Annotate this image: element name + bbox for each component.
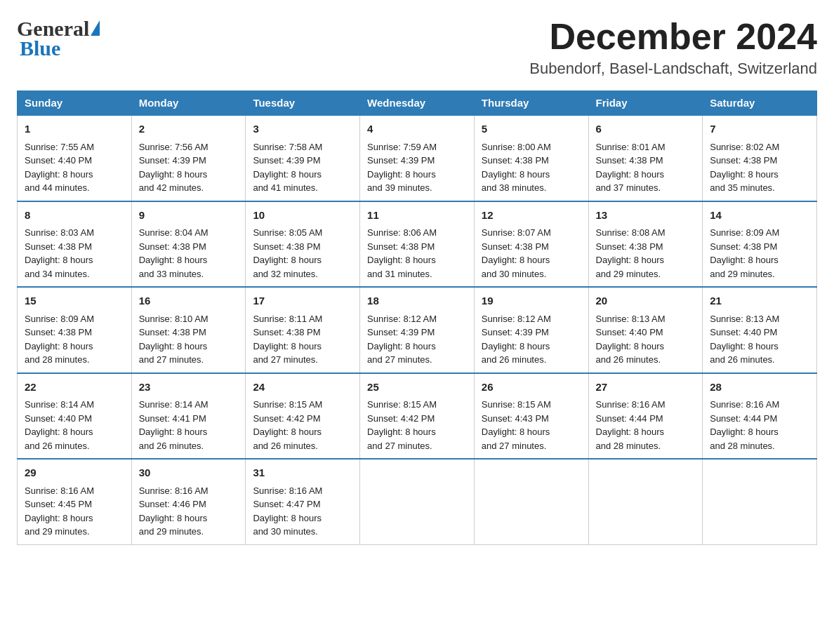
day-number: 11 bbox=[367, 208, 467, 224]
calendar-cell bbox=[360, 459, 475, 544]
calendar-cell: 22Sunrise: 8:14 AMSunset: 4:40 PMDayligh… bbox=[18, 373, 132, 459]
calendar-cell: 4Sunrise: 7:59 AMSunset: 4:39 PMDaylight… bbox=[360, 115, 475, 201]
day-number: 23 bbox=[139, 380, 239, 396]
col-tuesday: Tuesday bbox=[246, 91, 360, 116]
calendar-cell: 5Sunrise: 8:00 AMSunset: 4:38 PMDaylight… bbox=[474, 115, 588, 201]
day-number: 5 bbox=[482, 121, 581, 137]
calendar-cell: 6Sunrise: 8:01 AMSunset: 4:38 PMDaylight… bbox=[588, 115, 703, 201]
calendar-cell: 13Sunrise: 8:08 AMSunset: 4:38 PMDayligh… bbox=[588, 201, 703, 288]
calendar-cell: 15Sunrise: 8:09 AMSunset: 4:38 PMDayligh… bbox=[18, 287, 132, 373]
calendar-cell: 1Sunrise: 7:55 AMSunset: 4:40 PMDaylight… bbox=[18, 115, 132, 201]
calendar-cell bbox=[474, 459, 588, 544]
day-number: 19 bbox=[482, 293, 581, 309]
day-number: 13 bbox=[596, 208, 696, 224]
col-sunday: Sunday bbox=[18, 91, 132, 116]
day-number: 2 bbox=[139, 121, 239, 137]
calendar-header-row: Sunday Monday Tuesday Wednesday Thursday… bbox=[18, 91, 817, 116]
calendar-week-row: 15Sunrise: 8:09 AMSunset: 4:38 PMDayligh… bbox=[18, 287, 817, 373]
day-number: 6 bbox=[596, 121, 696, 137]
calendar-cell: 21Sunrise: 8:13 AMSunset: 4:40 PMDayligh… bbox=[703, 287, 817, 373]
calendar-cell: 19Sunrise: 8:12 AMSunset: 4:39 PMDayligh… bbox=[474, 287, 588, 373]
col-friday: Friday bbox=[588, 91, 703, 116]
col-wednesday: Wednesday bbox=[360, 91, 475, 116]
calendar-cell bbox=[703, 459, 817, 544]
day-number: 12 bbox=[482, 208, 581, 224]
calendar-week-row: 1Sunrise: 7:55 AMSunset: 4:40 PMDaylight… bbox=[18, 115, 817, 201]
day-number: 25 bbox=[367, 380, 467, 396]
day-number: 8 bbox=[25, 208, 124, 224]
calendar-cell: 8Sunrise: 8:03 AMSunset: 4:38 PMDaylight… bbox=[18, 201, 132, 288]
day-number: 14 bbox=[710, 208, 809, 224]
day-number: 18 bbox=[367, 293, 467, 309]
calendar-cell: 18Sunrise: 8:12 AMSunset: 4:39 PMDayligh… bbox=[360, 287, 475, 373]
calendar-cell: 26Sunrise: 8:15 AMSunset: 4:43 PMDayligh… bbox=[474, 373, 588, 459]
day-number: 22 bbox=[25, 380, 124, 396]
day-number: 17 bbox=[253, 293, 352, 309]
calendar-cell bbox=[588, 459, 703, 544]
location-title: Bubendorf, Basel-Landschaft, Switzerland bbox=[529, 60, 817, 78]
col-thursday: Thursday bbox=[474, 91, 588, 116]
day-number: 4 bbox=[367, 121, 467, 137]
calendar-cell: 9Sunrise: 8:04 AMSunset: 4:38 PMDaylight… bbox=[131, 201, 246, 288]
day-number: 28 bbox=[710, 380, 809, 396]
day-number: 31 bbox=[253, 465, 352, 481]
day-number: 24 bbox=[253, 380, 352, 396]
calendar-table: Sunday Monday Tuesday Wednesday Thursday… bbox=[17, 90, 817, 545]
calendar-cell: 23Sunrise: 8:14 AMSunset: 4:41 PMDayligh… bbox=[131, 373, 246, 459]
day-number: 20 bbox=[596, 293, 696, 309]
title-section: December 2024 Bubendorf, Basel-Landschaf… bbox=[529, 17, 817, 78]
calendar-cell: 29Sunrise: 8:16 AMSunset: 4:45 PMDayligh… bbox=[18, 459, 132, 544]
calendar-cell: 31Sunrise: 8:16 AMSunset: 4:47 PMDayligh… bbox=[246, 459, 360, 544]
day-number: 9 bbox=[139, 208, 239, 224]
calendar-cell: 28Sunrise: 8:16 AMSunset: 4:44 PMDayligh… bbox=[703, 373, 817, 459]
calendar-cell: 14Sunrise: 8:09 AMSunset: 4:38 PMDayligh… bbox=[703, 201, 817, 288]
calendar-week-row: 22Sunrise: 8:14 AMSunset: 4:40 PMDayligh… bbox=[18, 373, 817, 459]
month-title: December 2024 bbox=[529, 17, 817, 57]
calendar-cell: 27Sunrise: 8:16 AMSunset: 4:44 PMDayligh… bbox=[588, 373, 703, 459]
day-number: 21 bbox=[710, 293, 809, 309]
calendar-cell: 20Sunrise: 8:13 AMSunset: 4:40 PMDayligh… bbox=[588, 287, 703, 373]
calendar-cell: 16Sunrise: 8:10 AMSunset: 4:38 PMDayligh… bbox=[131, 287, 246, 373]
calendar-week-row: 29Sunrise: 8:16 AMSunset: 4:45 PMDayligh… bbox=[18, 459, 817, 544]
calendar-week-row: 8Sunrise: 8:03 AMSunset: 4:38 PMDaylight… bbox=[18, 201, 817, 288]
page-header: General Blue December 2024 Bubendorf, Ba… bbox=[17, 17, 817, 78]
logo-blue-text: Blue bbox=[17, 36, 60, 60]
calendar-cell: 12Sunrise: 8:07 AMSunset: 4:38 PMDayligh… bbox=[474, 201, 588, 288]
logo: General Blue bbox=[17, 17, 100, 60]
logo-triangle-icon bbox=[91, 20, 100, 36]
calendar-cell: 24Sunrise: 8:15 AMSunset: 4:42 PMDayligh… bbox=[246, 373, 360, 459]
day-number: 3 bbox=[253, 121, 352, 137]
calendar-cell: 7Sunrise: 8:02 AMSunset: 4:38 PMDaylight… bbox=[703, 115, 817, 201]
calendar-cell: 3Sunrise: 7:58 AMSunset: 4:39 PMDaylight… bbox=[246, 115, 360, 201]
calendar-cell: 11Sunrise: 8:06 AMSunset: 4:38 PMDayligh… bbox=[360, 201, 475, 288]
day-number: 27 bbox=[596, 380, 696, 396]
day-number: 15 bbox=[25, 293, 124, 309]
col-saturday: Saturday bbox=[703, 91, 817, 116]
calendar-cell: 25Sunrise: 8:15 AMSunset: 4:42 PMDayligh… bbox=[360, 373, 475, 459]
calendar-cell: 17Sunrise: 8:11 AMSunset: 4:38 PMDayligh… bbox=[246, 287, 360, 373]
day-number: 1 bbox=[25, 121, 124, 137]
calendar-cell: 10Sunrise: 8:05 AMSunset: 4:38 PMDayligh… bbox=[246, 201, 360, 288]
calendar-cell: 2Sunrise: 7:56 AMSunset: 4:39 PMDaylight… bbox=[131, 115, 246, 201]
day-number: 26 bbox=[482, 380, 581, 396]
col-monday: Monday bbox=[131, 91, 246, 116]
calendar-cell: 30Sunrise: 8:16 AMSunset: 4:46 PMDayligh… bbox=[131, 459, 246, 544]
day-number: 16 bbox=[139, 293, 239, 309]
day-number: 29 bbox=[25, 465, 124, 481]
day-number: 7 bbox=[710, 121, 809, 137]
day-number: 30 bbox=[139, 465, 239, 481]
day-number: 10 bbox=[253, 208, 352, 224]
